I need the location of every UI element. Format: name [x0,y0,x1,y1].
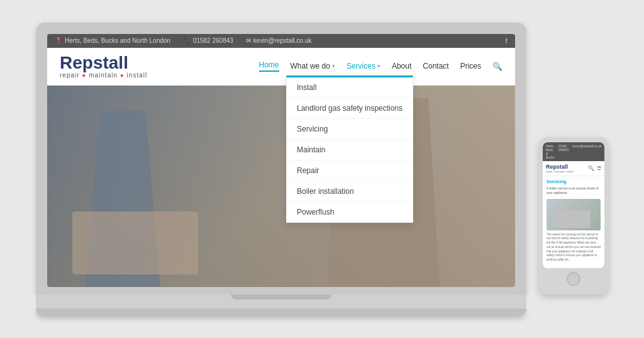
dot1: ● [82,72,89,79]
what-we-do-chevron: ▾ [332,63,335,69]
location-item: 📍 Herts, Beds, Bucks and North London [55,37,170,44]
dropdown-item-repair[interactable]: Repair [287,161,413,181]
nav-contact[interactable]: Contact [423,62,448,70]
location-icon: 📍 [55,37,62,44]
services-chevron: ▾ [377,63,380,69]
facebook-link[interactable]: f [505,37,508,45]
email-item: ✉ kevin@repstall.co.uk [246,37,311,44]
phone-nav-icons: 🔍 ☰ [588,166,601,171]
email-icon: ✉ [246,37,251,44]
phone-desc: A boiler service is an annual check of y… [547,186,601,195]
logo: Repstall repair ● maintain ● install [60,54,147,79]
navbar: Repstall repair ● maintain ● install Hom… [47,48,515,86]
phone-top-bar: Herts, Beds & Bucks 01582 260843 kevin@r… [543,142,604,161]
phone-home-button[interactable] [567,272,580,286]
top-bar: 📍 Herts, Beds, Bucks and North London 📞 … [47,34,515,48]
laptop-screen: 📍 Herts, Beds, Bucks and North London 📞 … [47,34,515,287]
subtitle-maintain: maintain [89,72,118,79]
phone-device: Herts, Beds & Bucks 01582 260843 kevin@r… [539,137,608,295]
dropdown-item-install[interactable]: Install [287,77,413,98]
nav-prices[interactable]: Prices [460,62,481,70]
nav-links: Home What we do ▾ Services ▾ About Conta… [259,60,502,72]
email-text: kevin@repstall.co.uk [253,37,311,44]
phone-item: 📞 01582 260843 [183,37,233,44]
location-text: Herts, Beds, Bucks and North London [65,37,170,44]
phone-location-text: Herts, Beds & Bucks [546,144,555,159]
services-dropdown: Install Landlord gas safety inspections … [286,76,413,223]
phone-van-image [547,199,601,230]
phone-body-text: The reason for carrying out this service… [547,233,601,262]
laptop-foot [36,308,526,316]
dropdown-item-maintain[interactable]: Maintain [287,140,413,161]
phone-navbar: Repstall repair • maintain • install 🔍 ☰ [543,161,604,176]
phone-logo-block: Repstall repair • maintain • install [546,164,573,173]
nav-home[interactable]: Home [259,60,279,72]
phone-servicing-title: Servicing [547,179,601,184]
phone-search-icon[interactable]: 🔍 [588,166,594,171]
phone-email-text: kevin@repstall.co.uk [572,144,601,159]
phone-screen: Herts, Beds & Bucks 01582 260843 kevin@r… [543,142,604,268]
hero-counter [72,211,198,274]
laptop-bezel: 📍 Herts, Beds, Bucks and North London 📞 … [36,23,526,295]
dropdown-item-landlord[interactable]: Landlord gas safety inspections [287,98,413,119]
search-icon[interactable]: 🔍 [492,62,502,71]
phone-content: Servicing A boiler service is an annual … [543,176,604,266]
phone-van [553,210,591,228]
phone-icon: 📞 [183,37,191,44]
subtitle-repair: repair [60,72,80,79]
laptop-base [36,295,526,308]
phone-menu-icon[interactable]: ☰ [597,166,601,171]
dropdown-item-servicing[interactable]: Servicing [287,119,413,140]
logo-title[interactable]: Repstall [60,54,147,72]
laptop: 📍 Herts, Beds, Bucks and North London 📞 … [36,23,526,316]
subtitle-install: install [127,72,148,79]
phone-text: 01582 260843 [193,37,233,44]
nav-what-we-do[interactable]: What we do ▾ [291,62,335,70]
logo-subtitle: repair ● maintain ● install [60,72,147,79]
phone-logo-subtitle: repair • maintain • install [546,170,573,173]
hero-image [47,86,515,287]
dot2: ● [120,72,127,79]
nav-services[interactable]: Services ▾ [347,62,380,70]
phone-phone-text: 01582 260843 [558,144,569,159]
scene: 📍 Herts, Beds, Bucks and North London 📞 … [36,23,608,316]
dropdown-item-powerflush[interactable]: Powerflush [287,202,413,222]
phone-logo-title: Repstall [546,164,573,170]
nav-about[interactable]: About [392,62,411,70]
dropdown-item-boiler[interactable]: Boiler installation [287,181,413,202]
